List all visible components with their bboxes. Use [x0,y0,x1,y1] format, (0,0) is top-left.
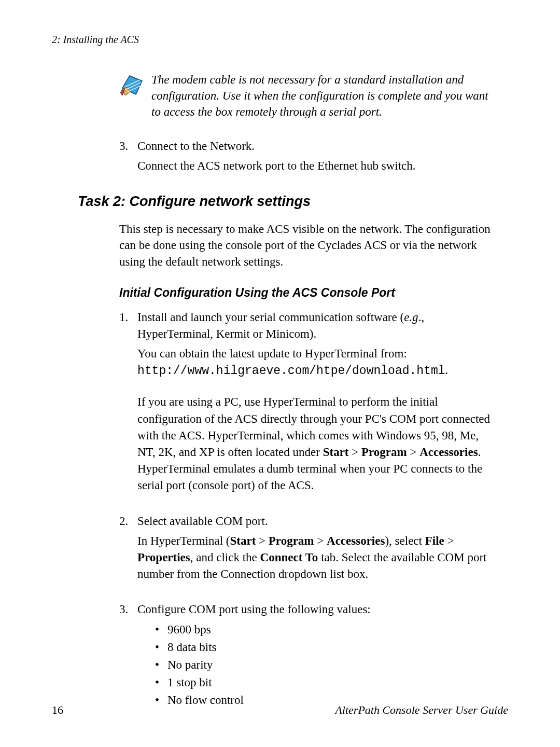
text: > [444,534,454,547]
note-text: The modem cable is not necessary for a s… [151,72,498,120]
text-line: Configure COM port using the following v… [137,601,498,618]
step-3-network: 3. Connect to the Network. Connect the A… [119,138,498,177]
note-icon [119,73,145,99]
text-bold: Program [269,534,314,547]
page: 2: Installing the ACS The modem cable is… [0,0,560,747]
bullet-list: 9600 bps 8 data bits No parity 1 stop bi… [153,621,498,709]
text-line: Connect to the Network. [137,138,498,155]
text-line: Install and launch your serial communica… [137,309,498,342]
list-item: 8 data bits [153,639,498,656]
text-line: In HyperTerminal (Start > Program > Acce… [137,533,498,583]
text: . [445,364,449,377]
text-bold: Accessories [327,534,385,547]
list-marker: 1. [119,309,137,497]
url-text: http://www.hilgraeve.com/htpe/download.h… [137,364,445,378]
text-bold: Program [361,446,407,459]
text: > [349,446,361,459]
page-number: 16 [52,703,63,717]
list-item: 9600 bps [153,621,498,638]
list-marker: 3. [119,601,137,710]
config-step-2: 2. Select available COM port. In HyperTe… [119,513,498,586]
running-header: 2: Installing the ACS [52,34,508,46]
text-line: If you are using a PC, use HyperTerminal… [137,394,498,494]
page-footer: 16 AlterPath Console Server User Guide [52,703,508,717]
list-marker: 2. [119,513,137,586]
list-item: No parity [153,657,498,673]
note-block: The modem cable is not necessary for a s… [119,72,498,120]
text-bold: Properties [137,551,190,564]
text: > [407,446,419,459]
list-body: Configure COM port using the following v… [137,601,498,710]
text-bold: Start [230,534,256,547]
text: ), select [385,534,425,547]
text: In HyperTerminal ( [137,534,230,547]
text: > [314,534,327,547]
task-intro: This step is necessary to make ACS visib… [119,221,498,270]
config-step-1: 1. Install and launch your serial commun… [119,309,498,497]
task-heading: Task 2: Configure network settings [78,193,508,210]
text-line: Connect the ACS network port to the Ethe… [137,158,498,174]
list-body: Select available COM port. In HyperTermi… [137,513,498,586]
list-marker: 3. [119,138,137,177]
config-step-3: 3. Configure COM port using the followin… [119,601,498,710]
text-bold: Connect To [260,551,318,564]
text-bold: Start [323,446,349,459]
text-line: You can obtain the latest update to Hype… [137,345,498,379]
text: > [256,534,268,547]
text-bold: File [425,534,444,547]
text-italic: e.g [404,311,418,324]
text: You can obtain the latest update to Hype… [137,347,407,360]
text: , and click the [190,551,260,564]
subheading: Initial Configuration Using the ACS Cons… [119,286,508,300]
list-body: Connect to the Network. Connect the ACS … [137,138,498,177]
text-line: Select available COM port. [137,513,498,530]
footer-title: AlterPath Console Server User Guide [335,703,508,717]
list-body: Install and launch your serial communica… [137,309,498,497]
text-bold: Accessories [419,446,478,459]
list-item: 1 stop bit [153,674,498,691]
text: Install and launch your serial communica… [137,311,404,324]
